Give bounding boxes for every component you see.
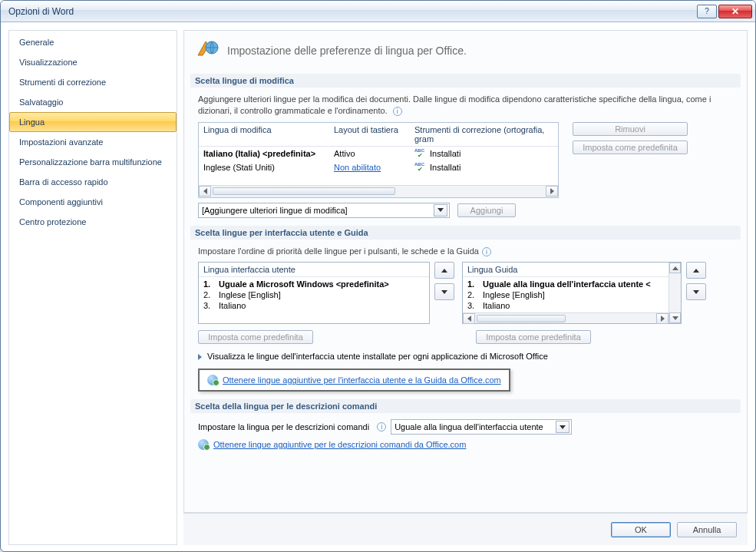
info-icon[interactable]: i [393,107,402,116]
table-hscrollbar[interactable] [199,185,558,197]
add-button[interactable]: Aggiungi [457,203,516,217]
help-move-up-button[interactable] [686,262,706,279]
cell-tools: Installati [410,147,558,160]
keyboard-layout-link[interactable]: Non abilitato [334,163,381,172]
sidebar-item-componenti-aggiuntivi[interactable]: Componenti aggiuntivi [9,192,177,212]
ui-list-title: Lingua interfaccia utente [199,263,429,277]
section-ui-help-title: Scelta lingue per interfaccia utente e G… [190,226,741,240]
help-button[interactable]: ? [697,5,717,18]
category-sidebar: Generale Visualizzazione Strumenti di co… [8,30,177,545]
expand-icon[interactable] [198,354,202,360]
globe-icon [198,439,209,450]
close-button[interactable]: ✕ [718,5,752,18]
scroll-down-icon[interactable] [669,312,681,323]
col-layout-tastiera: Layout di tastiera [329,123,410,146]
dialog-footer: OK Annulla [183,513,748,545]
sidebar-item-visualizzazione[interactable]: Visualizzazione [9,52,177,72]
help-hscrollbar[interactable] [463,312,669,323]
expand-installed-langs[interactable]: Visualizza le lingue dell'interfaccia ut… [207,352,548,361]
window-title: Opzioni di Word [8,6,697,17]
chevron-down-icon[interactable] [434,204,447,217]
help-language-listbox[interactable]: Lingua Guida 1.Uguale alla lingua dell'i… [462,262,682,324]
list-item: 1.Uguale a Microsoft Windows <predefinit… [202,279,426,289]
cell-tools: Installati [410,161,558,174]
highlighted-link-box: Ottenere lingue aggiuntive per l'interfa… [198,369,510,392]
table-row: Italiano (Italia) <predefinita> Attivo I… [199,147,558,160]
proofing-icon [414,163,427,172]
set-default-button[interactable]: Imposta come predefinita [573,140,688,154]
scroll-left-icon[interactable] [463,313,475,324]
list-item: 3.Italiano [202,300,426,311]
table-row: Inglese (Stati Uniti) Non abilitato Inst… [199,160,558,174]
cancel-button[interactable]: Annulla [677,522,737,537]
help-list-title: Lingua Guida [463,263,669,277]
sidebar-item-salvataggio[interactable]: Salvataggio [9,92,177,112]
section1-desc: Aggiungere ulteriori lingue per la modif… [198,94,733,117]
sidebar-item-lingua[interactable]: Lingua [9,112,177,132]
add-language-combo[interactable]: [Aggiungere ulteriori lingue di modifica… [198,203,450,218]
col-strumenti-correzione: Strumenti di correzione (ortografia, gra… [410,123,558,146]
page-header-text: Impostazione delle preferenze di lingua … [227,45,467,57]
ui-set-default-button[interactable]: Imposta come predefinita [198,330,313,344]
section-editing-languages-title: Scelta lingue di modifica [190,74,741,88]
ui-move-down-button[interactable] [434,283,454,300]
cell-layout: Attivo [329,147,410,160]
screentip-language-combo[interactable]: Uguale alla lingua dell'interfaccia uten… [391,419,572,435]
cell-layout: Non abilitato [329,161,410,174]
col-lingua-modifica: Lingua di modifica [199,123,329,146]
list-item: 3.Italiano [466,300,665,311]
screentip-combo-text: Uguale alla lingua dell'interfaccia uten… [395,422,543,431]
list-item: 2.Inglese [English] [202,289,426,300]
sidebar-item-personalizzazione-barra[interactable]: Personalizzazione barra multifunzione [9,152,177,172]
main-panel: Impostazione delle preferenze di lingua … [183,30,748,513]
help-vscrollbar[interactable] [669,263,681,323]
sidebar-item-generale[interactable]: Generale [9,32,177,52]
sidebar-item-strumenti-correzione[interactable]: Strumenti di correzione [9,72,177,92]
ui-language-listbox[interactable]: Lingua interfaccia utente 1.Uguale a Mic… [198,262,430,324]
get-more-ui-languages-link[interactable]: Ottenere lingue aggiuntive per l'interfa… [223,375,501,385]
ok-button[interactable]: OK [611,522,671,537]
titlebar: Opzioni di Word ? ✕ [1,1,755,22]
cell-lang: Inglese (Stati Uniti) [199,161,329,174]
remove-button[interactable]: Rimuovi [573,122,688,136]
globe-icon [207,375,218,385]
sidebar-item-centro-protezione[interactable]: Centro protezione [9,212,177,232]
info-icon[interactable]: i [377,422,386,431]
list-item: 1.Uguale alla lingua dell'interfaccia ut… [466,279,665,289]
ui-move-up-button[interactable] [434,262,454,279]
section-screentip-title: Scelta della lingua per le descrizioni c… [190,399,741,413]
add-language-combo-text: [Aggiungere ulteriori lingue di modifica… [202,206,348,215]
scroll-right-icon[interactable] [546,186,558,197]
help-move-down-button[interactable] [686,283,706,300]
chevron-down-icon[interactable] [556,421,569,433]
list-item: 2.Inglese [English] [466,289,665,300]
info-icon[interactable]: i [482,247,491,256]
help-set-default-button[interactable]: Imposta come predefinita [476,330,591,344]
scroll-up-icon[interactable] [669,263,681,273]
sidebar-item-impostazioni-avanzate[interactable]: Impostazioni avanzate [9,132,177,152]
scroll-right-icon[interactable] [656,313,669,324]
cell-lang: Italiano (Italia) <predefinita> [199,147,329,160]
scroll-left-icon[interactable] [199,186,211,197]
proofing-icon [414,149,427,158]
options-dialog: Opzioni di Word ? ✕ Generale Visualizzaz… [0,0,756,552]
editing-language-table[interactable]: Lingua di modifica Layout di tastiera St… [198,122,559,198]
sidebar-item-barra-accesso-rapido[interactable]: Barra di accesso rapido [9,172,177,192]
section3-desc: Impostare la lingua per le descrizioni c… [198,422,369,431]
get-more-screentip-languages-link[interactable]: Ottenere lingue aggiuntive per le descri… [213,440,466,449]
language-header-icon [195,38,220,63]
section2-desc: Impostare l'ordine di priorità delle lin… [198,246,733,257]
